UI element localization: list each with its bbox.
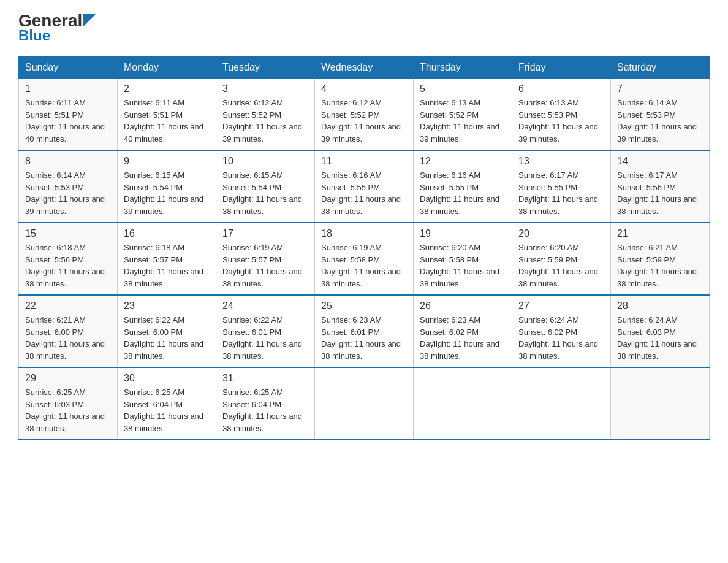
sunrise-label: Sunrise: 6:11 AM [25, 98, 86, 107]
sunset-label: Sunset: 6:01 PM [222, 327, 281, 337]
calendar-cell [611, 367, 710, 440]
sunrise-label: Sunrise: 6:18 AM [25, 243, 86, 252]
sunset-label: Sunset: 5:54 PM [222, 183, 281, 192]
calendar-cell: 10 Sunrise: 6:15 AM Sunset: 5:54 PM Dayl… [216, 150, 315, 223]
day-number: 6 [518, 83, 604, 94]
sunrise-label: Sunrise: 6:13 AM [518, 98, 579, 107]
day-info: Sunrise: 6:11 AM Sunset: 5:51 PM Dayligh… [124, 97, 210, 145]
calendar-cell: 1 Sunrise: 6:11 AM Sunset: 5:51 PM Dayli… [19, 79, 118, 151]
daylight-label: Daylight: 11 hours and 38 minutes. [124, 339, 203, 361]
sunrise-label: Sunrise: 6:17 AM [518, 170, 579, 180]
day-info: Sunrise: 6:23 AM Sunset: 6:02 PM Dayligh… [420, 314, 506, 362]
day-info: Sunrise: 6:23 AM Sunset: 6:01 PM Dayligh… [321, 314, 407, 362]
day-number: 21 [617, 228, 703, 239]
day-info: Sunrise: 6:14 AM Sunset: 5:53 PM Dayligh… [617, 97, 703, 145]
daylight-label: Daylight: 11 hours and 38 minutes. [124, 267, 203, 288]
daylight-label: Daylight: 11 hours and 38 minutes. [25, 339, 105, 361]
day-info: Sunrise: 6:22 AM Sunset: 6:00 PM Dayligh… [124, 314, 210, 362]
calendar-cell: 22 Sunrise: 6:21 AM Sunset: 6:00 PM Dayl… [19, 295, 118, 367]
calendar-header: Sunday Monday Tuesday Wednesday Thursday… [19, 57, 710, 79]
day-number: 9 [124, 156, 210, 167]
daylight-label: Daylight: 11 hours and 38 minutes. [321, 267, 401, 288]
calendar-cell: 24 Sunrise: 6:22 AM Sunset: 6:01 PM Dayl… [216, 295, 315, 367]
daylight-label: Daylight: 11 hours and 38 minutes. [222, 194, 302, 216]
col-tuesday: Tuesday [216, 57, 315, 79]
sunrise-label: Sunrise: 6:16 AM [321, 170, 382, 180]
daylight-label: Daylight: 11 hours and 39 minutes. [420, 122, 499, 144]
daylight-label: Daylight: 11 hours and 38 minutes. [420, 267, 499, 288]
sunrise-label: Sunrise: 6:19 AM [222, 243, 283, 252]
calendar-cell: 12 Sunrise: 6:16 AM Sunset: 5:55 PM Dayl… [414, 150, 512, 223]
sunrise-label: Sunrise: 6:16 AM [420, 170, 480, 180]
sunset-label: Sunset: 5:53 PM [25, 183, 84, 192]
sunset-label: Sunset: 5:53 PM [518, 110, 577, 120]
calendar-cell: 30 Sunrise: 6:25 AM Sunset: 6:04 PM Dayl… [118, 367, 216, 440]
calendar-cell: 29 Sunrise: 6:25 AM Sunset: 6:03 PM Dayl… [19, 367, 118, 440]
sunrise-label: Sunrise: 6:22 AM [124, 315, 184, 324]
day-info: Sunrise: 6:25 AM Sunset: 6:04 PM Dayligh… [222, 386, 308, 434]
calendar-cell: 23 Sunrise: 6:22 AM Sunset: 6:00 PM Dayl… [118, 295, 216, 367]
col-sunday: Sunday [19, 57, 118, 79]
daylight-label: Daylight: 11 hours and 38 minutes. [420, 339, 499, 361]
day-info: Sunrise: 6:21 AM Sunset: 5:59 PM Dayligh… [617, 242, 703, 289]
day-number: 16 [124, 228, 210, 239]
col-saturday: Saturday [611, 57, 710, 79]
day-number: 4 [321, 83, 407, 94]
calendar-cell: 19 Sunrise: 6:20 AM Sunset: 5:58 PM Dayl… [414, 223, 512, 295]
calendar-cell [315, 367, 414, 440]
day-info: Sunrise: 6:13 AM Sunset: 5:53 PM Dayligh… [518, 97, 604, 145]
daylight-label: Daylight: 11 hours and 39 minutes. [617, 122, 697, 144]
sunset-label: Sunset: 5:57 PM [124, 255, 183, 264]
daylight-label: Daylight: 11 hours and 38 minutes. [321, 194, 401, 216]
calendar-cell: 26 Sunrise: 6:23 AM Sunset: 6:02 PM Dayl… [414, 295, 512, 367]
sunset-label: Sunset: 6:04 PM [222, 400, 281, 409]
calendar-week-row: 29 Sunrise: 6:25 AM Sunset: 6:03 PM Dayl… [19, 367, 710, 440]
col-thursday: Thursday [414, 57, 512, 79]
day-number: 12 [420, 156, 506, 167]
daylight-label: Daylight: 11 hours and 38 minutes. [222, 412, 302, 433]
sunrise-label: Sunrise: 6:13 AM [420, 98, 480, 107]
day-number: 10 [222, 156, 308, 167]
sunrise-label: Sunrise: 6:11 AM [124, 98, 184, 107]
sunrise-label: Sunrise: 6:14 AM [617, 98, 678, 107]
calendar-cell: 8 Sunrise: 6:14 AM Sunset: 5:53 PM Dayli… [19, 150, 118, 223]
calendar-cell: 6 Sunrise: 6:13 AM Sunset: 5:53 PM Dayli… [512, 79, 611, 151]
sunset-label: Sunset: 5:56 PM [25, 255, 84, 264]
calendar-body: 1 Sunrise: 6:11 AM Sunset: 5:51 PM Dayli… [19, 79, 710, 440]
col-friday: Friday [512, 57, 611, 79]
logo-triangle-icon [83, 14, 97, 28]
calendar-cell: 2 Sunrise: 6:11 AM Sunset: 5:51 PM Dayli… [118, 79, 216, 151]
day-number: 30 [124, 373, 210, 384]
sunset-label: Sunset: 6:00 PM [25, 327, 84, 337]
day-number: 11 [321, 156, 407, 167]
logo: General Blue [18, 12, 97, 44]
daylight-label: Daylight: 11 hours and 39 minutes. [25, 194, 105, 216]
sunset-label: Sunset: 5:58 PM [321, 255, 380, 264]
daylight-label: Daylight: 11 hours and 39 minutes. [124, 194, 203, 216]
day-info: Sunrise: 6:16 AM Sunset: 5:55 PM Dayligh… [420, 169, 506, 217]
calendar-cell: 3 Sunrise: 6:12 AM Sunset: 5:52 PM Dayli… [216, 79, 315, 151]
header-row: Sunday Monday Tuesday Wednesday Thursday… [19, 57, 710, 79]
sunrise-label: Sunrise: 6:12 AM [222, 98, 283, 107]
sunset-label: Sunset: 5:53 PM [617, 110, 676, 120]
day-info: Sunrise: 6:19 AM Sunset: 5:58 PM Dayligh… [321, 242, 407, 289]
calendar-cell: 11 Sunrise: 6:16 AM Sunset: 5:55 PM Dayl… [315, 150, 414, 223]
day-info: Sunrise: 6:18 AM Sunset: 5:56 PM Dayligh… [25, 242, 111, 289]
day-info: Sunrise: 6:25 AM Sunset: 6:04 PM Dayligh… [124, 386, 210, 434]
sunrise-label: Sunrise: 6:19 AM [321, 243, 382, 252]
calendar-cell: 4 Sunrise: 6:12 AM Sunset: 5:52 PM Dayli… [315, 79, 414, 151]
logo-blue-text: Blue [18, 27, 97, 44]
sunrise-label: Sunrise: 6:25 AM [222, 388, 283, 397]
calendar-cell: 17 Sunrise: 6:19 AM Sunset: 5:57 PM Dayl… [216, 223, 315, 295]
sunrise-label: Sunrise: 6:24 AM [617, 315, 678, 324]
sunrise-label: Sunrise: 6:12 AM [321, 98, 382, 107]
day-info: Sunrise: 6:18 AM Sunset: 5:57 PM Dayligh… [124, 242, 210, 289]
sunrise-label: Sunrise: 6:21 AM [617, 243, 678, 252]
day-number: 18 [321, 228, 407, 239]
day-info: Sunrise: 6:16 AM Sunset: 5:55 PM Dayligh… [321, 169, 407, 217]
sunset-label: Sunset: 5:55 PM [321, 183, 380, 192]
sunset-label: Sunset: 6:02 PM [420, 327, 479, 337]
daylight-label: Daylight: 11 hours and 39 minutes. [222, 122, 302, 144]
day-number: 19 [420, 228, 506, 239]
calendar-week-row: 15 Sunrise: 6:18 AM Sunset: 5:56 PM Dayl… [19, 223, 710, 295]
